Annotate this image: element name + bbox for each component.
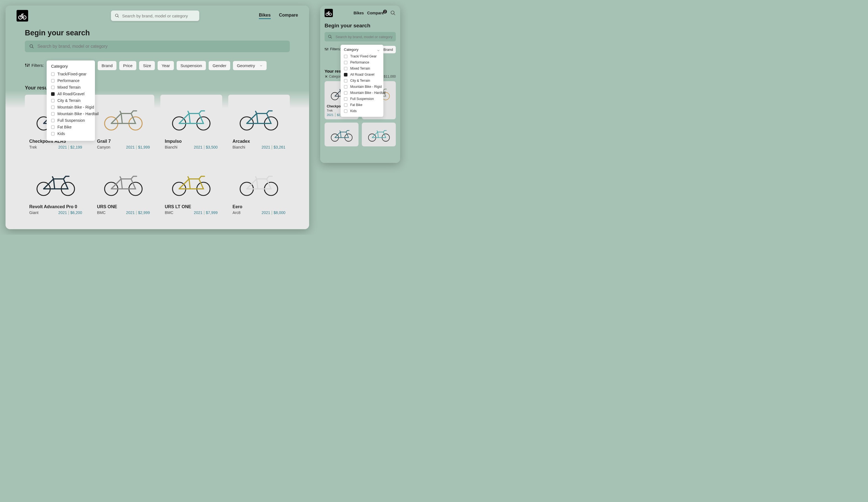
desktop-frame: Bikes Compare Begin your search Filters:… bbox=[6, 6, 309, 229]
bike-card[interactable]: URS ONE BMC 2021|$2,999 bbox=[93, 160, 155, 219]
bike-card[interactable] bbox=[324, 123, 359, 146]
svg-point-30 bbox=[391, 11, 394, 14]
checkbox-icon bbox=[344, 73, 348, 76]
bike-year: 2021 bbox=[58, 211, 67, 215]
category-option[interactable]: All Road/Gravel bbox=[51, 91, 91, 97]
category-option-label: Performance bbox=[58, 79, 80, 83]
category-option-label: Mixed Terrain bbox=[350, 66, 370, 70]
bike-image bbox=[97, 164, 150, 203]
svg-line-5 bbox=[32, 47, 33, 48]
category-option[interactable]: Mountain Bike - Hardtail bbox=[51, 111, 91, 117]
bike-logo-icon bbox=[18, 12, 27, 20]
svg-point-11 bbox=[29, 64, 30, 65]
category-option[interactable]: Mixed Terrain bbox=[51, 84, 91, 91]
bike-card[interactable] bbox=[362, 123, 396, 146]
bike-image bbox=[165, 164, 218, 203]
filter-pill-geometry[interactable]: Geometry bbox=[233, 61, 267, 70]
category-option-label: Kids bbox=[58, 131, 65, 136]
svg-point-37 bbox=[325, 48, 326, 49]
checkbox-icon bbox=[344, 91, 348, 95]
filter-pill-year[interactable]: Year bbox=[158, 61, 174, 70]
hero-mobile: Begin your search bbox=[320, 20, 400, 44]
nav-bikes[interactable]: Bikes bbox=[259, 13, 271, 19]
filters-label-text-mobile: Filters: bbox=[330, 47, 341, 51]
header-mobile: Bikes Compare 2 bbox=[320, 6, 400, 20]
filter-pill-size[interactable]: Size bbox=[139, 61, 155, 70]
bike-card[interactable]: URS LT ONE BMC 2021|$7,999 bbox=[161, 160, 222, 219]
bike-price: $3,500 bbox=[206, 145, 218, 150]
svg-point-9 bbox=[25, 64, 26, 65]
filter-pill-brand[interactable]: Brand bbox=[98, 61, 116, 70]
checkbox-icon bbox=[51, 85, 55, 89]
category-option[interactable]: Fat Bike bbox=[51, 124, 91, 130]
filter-pill-price[interactable]: Price bbox=[119, 61, 136, 70]
bike-price: $8,000 bbox=[273, 211, 286, 215]
category-option-label: Full Suspension bbox=[58, 118, 85, 123]
close-icon[interactable] bbox=[324, 75, 328, 78]
category-option[interactable]: Fat Bike bbox=[344, 102, 380, 108]
category-option[interactable]: City & Terrain bbox=[51, 97, 91, 104]
svg-point-10 bbox=[27, 66, 28, 66]
category-option-label: All Road/Gravel bbox=[58, 92, 84, 96]
bike-price: $3,261 bbox=[273, 145, 286, 150]
svg-line-3 bbox=[117, 16, 119, 17]
sliders-icon bbox=[25, 63, 30, 68]
search-icon-mobile[interactable] bbox=[390, 10, 396, 16]
checkbox-icon bbox=[344, 67, 348, 70]
header-nav: Bikes Compare bbox=[259, 13, 298, 19]
search-icon bbox=[115, 13, 119, 18]
bike-image bbox=[29, 164, 82, 203]
header-search-input[interactable] bbox=[122, 13, 195, 18]
category-option-label: Mountain Bike - Hardtail bbox=[58, 112, 99, 116]
hero-search[interactable] bbox=[25, 41, 290, 52]
logo-mobile[interactable] bbox=[324, 9, 333, 17]
category-option-label: City & Terrain bbox=[58, 98, 81, 103]
hero-search-mobile[interactable] bbox=[324, 32, 396, 41]
filters-row-mobile: Filters: Brand Category Track/ Fixed Gea… bbox=[320, 44, 400, 55]
bike-card[interactable]: Eero Arc8 2021|$8,000 bbox=[228, 160, 290, 219]
checkbox-icon bbox=[344, 97, 348, 101]
category-dropdown[interactable]: Category Track/Fixed-gearPerformanceMixe… bbox=[46, 61, 95, 141]
bike-price: $1,999 bbox=[138, 145, 150, 150]
category-option[interactable]: Performance bbox=[51, 77, 91, 84]
category-option[interactable]: City & Terrain bbox=[344, 78, 380, 84]
category-option[interactable]: Track/Fixed-gear bbox=[51, 71, 91, 77]
category-option[interactable]: Performance bbox=[344, 59, 380, 65]
checkbox-icon bbox=[344, 109, 348, 113]
category-dropdown-mobile[interactable]: Category Track/ Fixed GearPerformanceMix… bbox=[341, 45, 383, 117]
category-option[interactable]: Kids bbox=[344, 108, 380, 114]
header-search[interactable] bbox=[111, 10, 199, 21]
bike-brand: Arc8 bbox=[232, 211, 241, 215]
bike-price: $2,999 bbox=[138, 211, 150, 215]
category-dropdown-title-mobile: Category bbox=[344, 48, 359, 52]
category-option[interactable]: Mixed Terrain bbox=[344, 65, 380, 72]
hero: Begin your search bbox=[6, 26, 309, 58]
category-option[interactable]: Mountain Bike - Rigid bbox=[51, 104, 91, 111]
category-option-label: Mountain Bike - Rigid bbox=[58, 105, 94, 109]
logo[interactable] bbox=[17, 10, 28, 22]
category-option[interactable]: Full Suspension bbox=[51, 117, 91, 124]
bike-price: $2,199 bbox=[70, 145, 82, 150]
category-dropdown-title: Category bbox=[51, 64, 91, 69]
nav-bikes-mobile[interactable]: Bikes bbox=[353, 11, 364, 15]
nav-compare-mobile[interactable]: Compare bbox=[367, 11, 384, 15]
category-option[interactable]: Full Suspension bbox=[344, 96, 380, 102]
checkbox-icon bbox=[344, 79, 348, 83]
filter-pill-suspension[interactable]: Suspension bbox=[177, 61, 206, 70]
bike-brand: Bianchi bbox=[165, 145, 177, 150]
filter-pill-gender[interactable]: Gender bbox=[209, 61, 230, 70]
checkbox-icon bbox=[51, 112, 55, 116]
category-option[interactable]: All Road/ Gravel bbox=[344, 72, 380, 78]
nav-compare[interactable]: Compare bbox=[279, 13, 298, 19]
bike-price: $6,200 bbox=[70, 211, 82, 215]
bike-card[interactable]: Revolt Advanced Pro 0 Giant 2021|$6,200 bbox=[25, 160, 87, 219]
chevron-down-icon bbox=[377, 49, 380, 52]
category-option[interactable]: Kids bbox=[51, 130, 91, 137]
filters-label-text: Filters: bbox=[31, 63, 44, 68]
category-option[interactable]: Mountain Bike - Hardtail bbox=[344, 90, 380, 96]
svg-point-4 bbox=[30, 44, 33, 47]
hero-search-input[interactable] bbox=[37, 44, 286, 49]
category-option[interactable]: Track/ Fixed Gear bbox=[344, 53, 380, 59]
hero-search-input-mobile[interactable] bbox=[335, 35, 392, 39]
category-option[interactable]: Mountain Bike - Rigid bbox=[344, 84, 380, 90]
